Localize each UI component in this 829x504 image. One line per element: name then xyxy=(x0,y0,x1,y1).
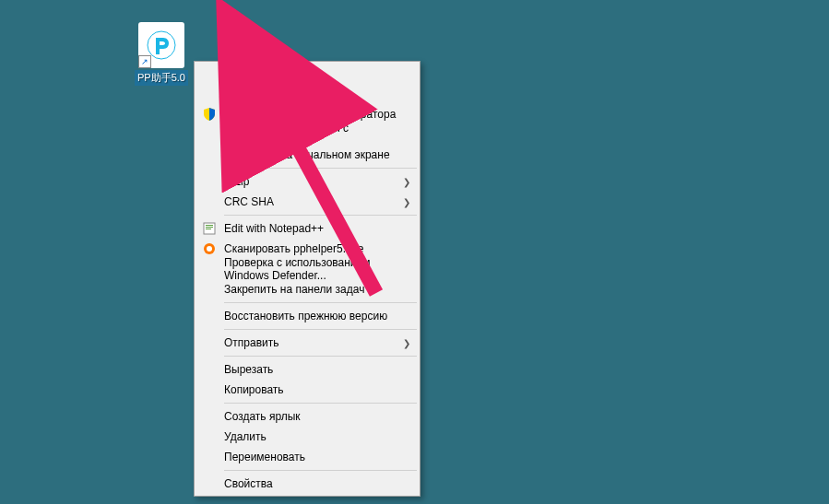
menu-item[interactable]: CRC SHA❯ xyxy=(196,192,418,212)
menu-item-label: Отправить xyxy=(224,336,279,349)
app-icon: ↗ xyxy=(138,22,184,68)
menu-item[interactable]: Закрепить на начальном экране xyxy=(196,145,418,165)
menu-separator xyxy=(224,356,417,357)
svg-point-6 xyxy=(207,246,212,252)
menu-item-label: Вырезать xyxy=(224,363,273,376)
avast-icon xyxy=(202,241,217,256)
menu-separator xyxy=(224,403,417,404)
menu-item[interactable]: 7-Zip❯ xyxy=(196,171,418,192)
chevron-right-icon: ❯ xyxy=(403,197,410,207)
menu-item-label: Исправление проблем с совместимостью xyxy=(224,122,399,147)
menu-item-label: Закрепить на панели задач xyxy=(224,283,364,296)
menu-item-label: Копировать xyxy=(224,383,284,396)
menu-item-label: Восстановить прежнюю версию xyxy=(224,310,387,322)
menu-item[interactable]: Копировать xyxy=(196,380,418,400)
menu-item[interactable]: Переименовать xyxy=(196,447,418,467)
menu-item[interactable]: Расположение файла xyxy=(196,84,418,104)
menu-item-label: Свойства xyxy=(224,477,273,490)
svg-rect-3 xyxy=(206,227,213,228)
svg-rect-4 xyxy=(206,229,211,229)
menu-item[interactable]: Открыть xyxy=(196,64,418,84)
menu-item-label: Переименовать xyxy=(224,451,305,463)
desktop-shortcut-icon[interactable]: ↗ PP助手5.0 xyxy=(135,22,188,86)
menu-item[interactable]: Свойства xyxy=(196,474,418,494)
menu-item-label: Запуск от имени администратора xyxy=(224,108,396,121)
menu-separator xyxy=(224,470,417,471)
menu-item[interactable]: Восстановить прежнюю версию xyxy=(196,306,418,326)
shortcut-overlay-icon: ↗ xyxy=(138,55,151,68)
menu-separator xyxy=(224,329,417,330)
menu-separator xyxy=(224,302,417,303)
menu-item-label: Открыть xyxy=(224,67,272,80)
menu-item-label: 7-Zip xyxy=(224,175,249,188)
menu-item-label: Проверка с использованием Windows Defend… xyxy=(224,256,399,282)
menu-item-label: Создать ярлык xyxy=(224,410,301,423)
menu-item-label: Edit with Notepad++ xyxy=(224,222,324,235)
menu-separator xyxy=(224,168,417,169)
menu-item[interactable]: Вырезать xyxy=(196,359,418,380)
chevron-right-icon: ❯ xyxy=(403,177,410,187)
menu-item[interactable]: Проверка с использованием Windows Defend… xyxy=(196,259,418,279)
desktop-icon-label: PP助手5.0 xyxy=(135,70,188,86)
svg-rect-2 xyxy=(206,225,213,226)
context-menu: ОткрытьРасположение файлаЗапуск от имени… xyxy=(194,61,420,497)
menu-item[interactable]: Исправление проблем с совместимостью xyxy=(196,124,418,145)
menu-item[interactable]: Удалить xyxy=(196,427,418,447)
shield-icon xyxy=(202,107,217,122)
menu-separator xyxy=(224,215,417,216)
menu-item[interactable]: Edit with Notepad++ xyxy=(196,218,418,239)
menu-item-label: Расположение файла xyxy=(224,88,337,100)
menu-item-label: Удалить xyxy=(224,430,266,443)
menu-item[interactable]: Закрепить на панели задач xyxy=(196,279,418,299)
notepadpp-icon xyxy=(202,221,217,236)
menu-item-label: Сканировать pphelper5.exe xyxy=(224,242,363,255)
menu-item[interactable]: Создать ярлык xyxy=(196,406,418,427)
menu-item[interactable]: Отправить❯ xyxy=(196,333,418,353)
menu-item-label: Закрепить на начальном экране xyxy=(224,148,390,161)
chevron-right-icon: ❯ xyxy=(403,338,410,348)
menu-item-label: CRC SHA xyxy=(224,195,274,208)
